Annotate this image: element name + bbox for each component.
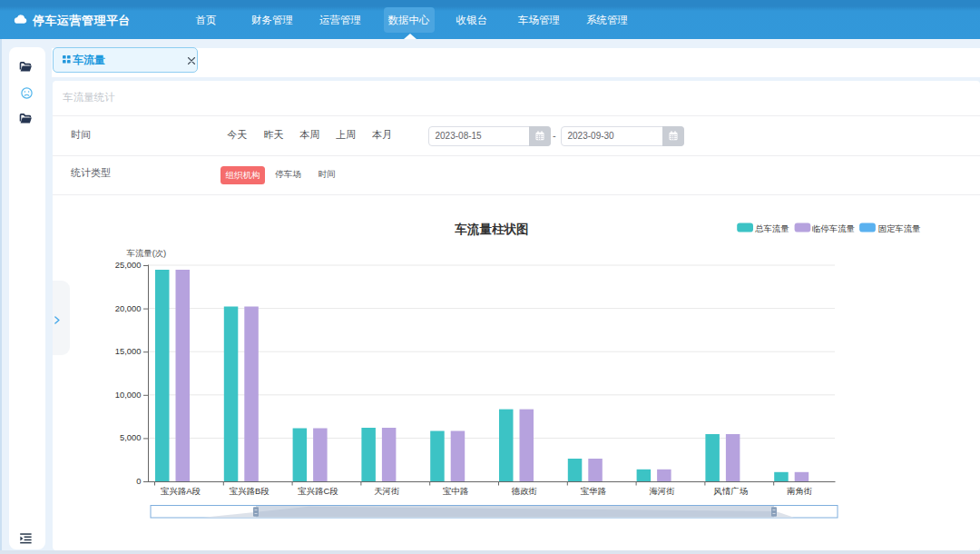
svg-text:车流量(次): 车流量(次) xyxy=(127,248,167,258)
svg-text:天河街: 天河街 xyxy=(374,486,400,496)
svg-text:15,000: 15,000 xyxy=(115,346,142,356)
svg-text:总车流量: 总车流量 xyxy=(755,223,789,233)
svg-text:宝兴路C段: 宝兴路C段 xyxy=(298,486,338,496)
svg-text:南角街: 南角街 xyxy=(787,486,813,496)
svg-text:海河街: 海河街 xyxy=(649,486,675,496)
svg-text:5,000: 5,000 xyxy=(120,432,141,442)
svg-text:德政街: 德政街 xyxy=(511,486,538,496)
svg-text:25,000: 25,000 xyxy=(115,260,142,270)
svg-text:车流量柱状图: 车流量柱状图 xyxy=(455,223,529,236)
svg-text:固定车流量: 固定车流量 xyxy=(878,223,921,233)
svg-text:风情广场: 风情广场 xyxy=(714,486,749,496)
svg-text:宝中路: 宝中路 xyxy=(443,486,469,496)
svg-text:宝华路: 宝华路 xyxy=(581,486,607,496)
svg-text:10,000: 10,000 xyxy=(115,390,142,400)
svg-text:宝兴路B段: 宝兴路B段 xyxy=(230,486,270,496)
svg-text:0: 0 xyxy=(136,476,141,486)
svg-text:临停车流量: 临停车流量 xyxy=(812,223,855,233)
svg-text:宝兴路A段: 宝兴路A段 xyxy=(161,486,201,496)
svg-text:20,000: 20,000 xyxy=(115,303,142,313)
